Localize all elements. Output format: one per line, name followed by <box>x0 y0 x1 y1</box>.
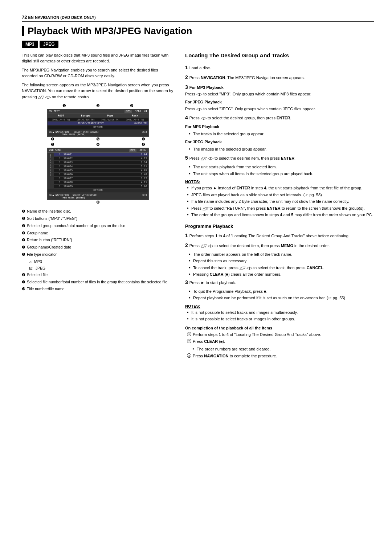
screen-row-groups: ROOT Europe Pops Rock <box>48 114 148 118</box>
return-btn: RETURN <box>93 126 102 129</box>
prog-step-3-text: Press ► to start playback. <box>189 280 236 285</box>
step-3b-label: For JPEG Playback <box>185 99 374 105</box>
music-info: 0V010 TN5 <box>134 122 147 125</box>
legend-num-3: ❸ <box>22 223 25 229</box>
tab-jpeg: JPEG <box>134 110 143 113</box>
callout-5: ❺ <box>96 137 100 141</box>
file-type-mp3: ♪: MP3 <box>29 259 174 265</box>
legend-text-2: Sort buttons ("MP3" / "JPEG") <box>27 216 77 222</box>
step-4-jpeg-label: For JPEG Playback <box>185 139 374 145</box>
step-1-text: Load a disc. <box>189 66 211 70</box>
step-4-text: Press ◁▷ to select the desired group, th… <box>189 116 291 120</box>
song-name-9: SONG09 <box>64 185 73 188</box>
song-name-4: SONG04 <box>64 165 73 168</box>
step-3b: For JPEG Playback Press ◁▷ to select "JP… <box>185 99 374 112</box>
s2-exit: EXIT <box>142 194 147 199</box>
prog-step-1-text: Perform steps 1 to 4 of "Locating The De… <box>189 234 350 238</box>
song-num-1: ♪ <box>56 153 63 156</box>
step-4-mp3-label: For MP3 Playback <box>185 124 374 130</box>
screen-diagram-area: ❶ ❷ ❸ MY BEST MP3 JPEG V4 RO <box>22 103 174 205</box>
badge-mp3: MP3 <box>22 41 38 48</box>
song-row-3: ♪ SONG03 3:54 <box>54 161 148 165</box>
note-1-5: The order of the groups and items shown … <box>187 212 374 218</box>
main-title: Playback With MP3/JPEG Navigation <box>22 26 374 36</box>
completion-step-3: 3 Press NAVIGATION to complete the proce… <box>187 353 374 360</box>
return-label: RETURN <box>93 189 102 192</box>
legend-item-1: ❶ Name of the inserted disc. <box>22 208 174 215</box>
top-callouts: ❶ ❷ ❸ <box>47 103 149 108</box>
song-row-7: ♪ SONG07 3:22 <box>54 177 148 181</box>
file-label-mp3: MP3 <box>34 259 42 264</box>
step-5-bullets: The unit starts playback from the select… <box>189 164 374 177</box>
intro-para-2: The MP3/JPEG Navigation enables you to s… <box>22 67 174 79</box>
screen2-title: 2ND SONG <box>49 149 61 152</box>
exit-label: EXIT <box>142 131 147 136</box>
screen2-nav-bar: OK=▲ NAVIGATION SELECT WITH[CURSOR]THEN … <box>48 193 148 200</box>
nav-instructions: OK=▲ NAVIGATION SELECT WITH[CURSOR]THEN … <box>49 131 99 136</box>
legend-num-6: ❻ <box>22 244 25 251</box>
step-2: 2 Press NAVIGATION. The MP3/JPEG Navigat… <box>185 74 374 81</box>
step-4-jpeg-bullets: The images in the selected group appear. <box>189 146 374 152</box>
legend-text-5: Return button ("RETURN") <box>27 237 72 243</box>
lang: EN <box>28 15 34 20</box>
completion-steps-list-2: 3 Press NAVIGATION to complete the proce… <box>187 353 374 360</box>
intro-para-3: The following screen appears as the MP3/… <box>22 82 174 100</box>
step-circle-2: 2 <box>187 339 191 343</box>
middle-callouts: ❹ ❺ ❻ <box>47 137 149 141</box>
callout-1: ❶ <box>62 103 66 108</box>
version: V4 <box>144 110 147 113</box>
note-2-2: It is not possible to select tracks or i… <box>187 316 374 322</box>
step-4: 4 Press ◁▷ to select the desired group, … <box>185 114 374 122</box>
step-3: 3 For MP3 Playback Press ◁▷ to select "M… <box>185 83 374 97</box>
screen-2: 2ND SONG MP3 JPEG 12345 6789 <box>47 148 149 200</box>
content-area: This unit can play back discs that MP3 s… <box>22 52 374 360</box>
group-pops: Pops <box>98 114 122 117</box>
date-2: 1001/1/6(6-TN) <box>74 118 98 121</box>
song-row-4: ♪ SONG04 5:21 <box>54 165 148 169</box>
section-title: NAVIGATION (DVD DECK ONLY) <box>35 15 96 20</box>
legend-item-8: ❽ Selected file <box>22 272 174 278</box>
prog-step-num-2: 2 <box>185 242 189 248</box>
prog-bullet-2: Repeat this step as necessary. <box>189 258 374 264</box>
note-2-1: It is not possible to select tracks and … <box>187 309 374 316</box>
callout-10: ❿ <box>96 200 100 205</box>
notes-list-2: It is not possible to select tracks and … <box>187 309 374 322</box>
intro-para-1: This unit can play back discs that MP3 s… <box>22 52 174 64</box>
screen-1: MY BEST MP3 JPEG V4 ROOT Europe Pops Roc… <box>47 109 149 137</box>
notes-list-1: If you press ► instead of ENTER in step … <box>187 185 374 218</box>
song-name-1: SONG01 <box>64 153 73 156</box>
prog-step-num-1: 1 <box>185 233 189 238</box>
song-row-8: ♪ SONG08 4:11 <box>54 181 148 185</box>
callout-8: ❽ <box>96 142 100 147</box>
s2-nav-instructions: OK=▲ NAVIGATION SELECT WITH[CURSOR]THEN … <box>49 194 98 199</box>
prog-step-3-bullets: To quit the Programme Playback, press ■.… <box>189 288 374 301</box>
bullet-tracks: The tracks in the selected group appear. <box>189 131 374 137</box>
screen-inner-1: MY BEST MP3 JPEG V4 ROOT Europe Pops Roc… <box>47 109 149 137</box>
song-dur-1: 3:04 <box>141 153 147 156</box>
music-path: MUSIC/TRANCE/POPS <box>49 122 134 125</box>
prog-bullet-1: The order number appears on the left of … <box>189 251 374 258</box>
step-5: 5 Press △▽ ◁▷ to select the desired item… <box>185 154 374 162</box>
legend-text-7: File type indicator <box>27 251 57 258</box>
legend-num-10: ❿ <box>22 286 25 292</box>
callout-2: ❷ <box>96 103 100 108</box>
legend-item-5: ❺ Return button ("RETURN") <box>22 237 174 243</box>
step-num-2: 2 <box>185 74 189 80</box>
legend-num-2: ❷ <box>22 216 25 222</box>
song-name-6: SONG06 <box>64 173 73 176</box>
step-circle-3: 3 <box>187 353 191 358</box>
note-1-2: JPEG files are played back as a slide sh… <box>187 192 374 198</box>
legend-text-9: Selected file number/total number of fil… <box>27 279 167 286</box>
badges: MP3 JPEG <box>22 41 374 48</box>
prog-bullet-repeat: Repeat playback can be performed if it i… <box>189 295 374 301</box>
legend-num-5: ❺ <box>22 237 25 243</box>
step-3-label: For MP3 Playback <box>189 85 224 90</box>
legend-item-6: ❻ Group name/Created date <box>22 244 174 251</box>
screen-row-dates: 2001/1/4(6-TN) 1001/1/6(6-TN) 1001/1/8(6… <box>48 118 148 122</box>
file-label-jpeg: JPEG <box>36 266 45 270</box>
screen2-tabs: MP3 JPEG <box>129 149 147 152</box>
song-name-8: SONG08 <box>64 181 73 184</box>
bullet-images: The images in the selected group appear. <box>189 146 374 152</box>
legend-item-10: ❿ Title number/file name <box>22 286 174 292</box>
step-circle-1: 1 <box>187 332 191 336</box>
